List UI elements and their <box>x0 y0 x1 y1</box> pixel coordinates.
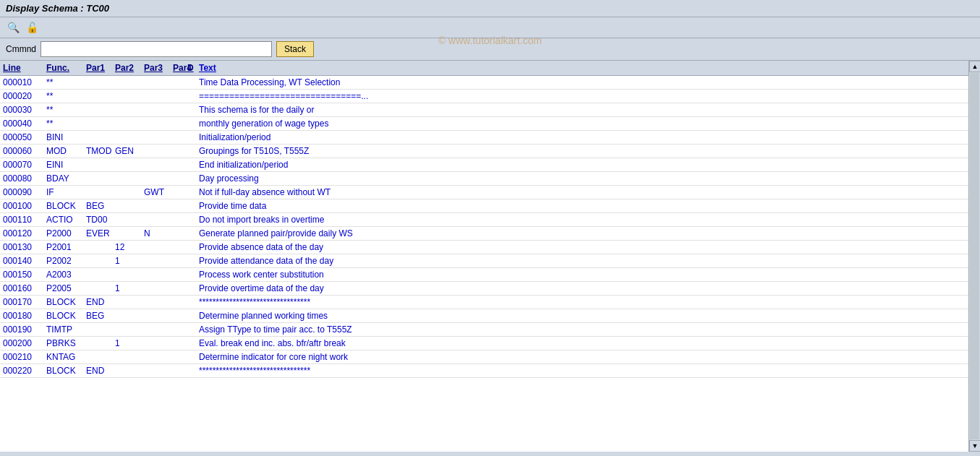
stack-button[interactable]: Stack <box>276 41 314 57</box>
cell-text: Day processing <box>196 173 968 184</box>
cell-par1 <box>83 104 112 116</box>
table-row[interactable]: 000060 MOD TMOD GEN Groupings for T510S,… <box>0 145 968 158</box>
table-row[interactable]: 000170 BLOCK END ***********************… <box>0 296 968 309</box>
cell-par1 <box>83 77 112 88</box>
cell-line: 000020 <box>0 90 43 102</box>
command-input[interactable] <box>41 41 272 57</box>
cell-func: BLOCK <box>43 365 83 377</box>
cell-line: 000200 <box>0 337 43 349</box>
cell-func: ** <box>43 104 83 116</box>
cell-d <box>184 186 196 198</box>
cell-par1: BEG <box>83 310 112 322</box>
cell-par1 <box>83 90 112 102</box>
cell-par4 <box>170 159 184 171</box>
cell-par2 <box>112 214 141 225</box>
col-d: D <box>184 62 196 74</box>
table-row[interactable]: 000130 P2001 12 Provide absence data of … <box>0 241 968 254</box>
table-row[interactable]: 000160 P2005 1 Provide overtime data of … <box>0 282 968 296</box>
table-row[interactable]: 000090 IF GWT Not if full-day absence wi… <box>0 186 968 199</box>
cell-par3 <box>141 145 170 157</box>
cell-par4 <box>170 241 184 253</box>
title-bar: Display Schema : TC00 <box>0 0 980 17</box>
cell-d <box>184 324 196 335</box>
cell-par3 <box>141 365 170 377</box>
cell-par4 <box>170 90 184 102</box>
table-row[interactable]: 000070 EINI End initialization/period <box>0 158 968 172</box>
cell-par3 <box>141 90 170 102</box>
cell-par3 <box>141 269 170 280</box>
cell-par3 <box>141 296 170 308</box>
cell-text: Initialization/period <box>196 132 968 143</box>
cell-line: 000210 <box>0 351 43 363</box>
scroll-down-arrow[interactable]: ▼ <box>969 440 980 452</box>
table-row[interactable]: 000040 ** monthly generation of wage typ… <box>0 117 968 131</box>
table-row[interactable]: 000030 ** This schema is for the daily o… <box>0 103 968 117</box>
cell-par1 <box>83 159 112 171</box>
table-row[interactable]: 000010 ** Time Data Processing, WT Selec… <box>0 76 968 90</box>
cell-func: P2001 <box>43 241 83 253</box>
cell-text: ********************************* <box>196 365 968 377</box>
cell-text: Generate planned pair/provide daily WS <box>196 228 968 239</box>
table-row[interactable]: 000120 P2000 EVER N Generate planned pai… <box>0 227 968 241</box>
cell-par1 <box>83 241 112 253</box>
table-row[interactable]: 000210 KNTAG Determine indicator for cor… <box>0 350 968 364</box>
cell-func: KNTAG <box>43 351 83 363</box>
cell-par4 <box>170 214 184 225</box>
cell-par4 <box>170 324 184 335</box>
cell-d <box>184 118 196 129</box>
table-row[interactable]: 000050 BINI Initialization/period <box>0 131 968 145</box>
cell-text: Determine planned working times <box>196 310 968 322</box>
fingerprint-icon[interactable]: 🔍 <box>6 20 20 35</box>
cell-line: 000160 <box>0 283 43 294</box>
cell-text: Assign TType to time pair acc. to T555Z <box>196 324 968 335</box>
cell-par1 <box>83 118 112 129</box>
cell-text: ********************************* <box>196 296 968 308</box>
table-row[interactable]: 000140 P2002 1 Provide attendance data o… <box>0 254 968 268</box>
cell-text: Process work center substitution <box>196 269 968 280</box>
cell-text: Not if full-day absence without WT <box>196 186 968 198</box>
table-row[interactable]: 000150 A2003 Process work center substit… <box>0 268 968 282</box>
command-bar: Cmmnd Stack <box>0 38 980 61</box>
cell-line: 000120 <box>0 228 43 239</box>
table-row[interactable]: 000220 BLOCK END ***********************… <box>0 364 968 378</box>
cell-func: IF <box>43 186 83 198</box>
cell-d <box>184 173 196 184</box>
lock-icon[interactable]: 🔓 <box>25 20 39 35</box>
cell-par4 <box>170 337 184 349</box>
cell-par1 <box>83 132 112 143</box>
cell-par1 <box>83 283 112 294</box>
cell-par4 <box>170 269 184 280</box>
cell-par1: TMOD <box>83 145 112 157</box>
table-row[interactable]: 000200 PBRKS 1 Eval. break end inc. abs.… <box>0 337 968 350</box>
cell-d <box>184 296 196 308</box>
cell-par4 <box>170 118 184 129</box>
cell-par4 <box>170 145 184 157</box>
cell-text: Provide time data <box>196 200 968 212</box>
scroll-up-arrow[interactable]: ▲ <box>969 61 980 72</box>
cell-func: BDAY <box>43 173 83 184</box>
cell-par1 <box>83 351 112 363</box>
table-row[interactable]: 000180 BLOCK BEG Determine planned worki… <box>0 309 968 323</box>
cell-par2 <box>112 296 141 308</box>
table-row[interactable]: 000080 BDAY Day processing <box>0 172 968 186</box>
cell-par2 <box>112 186 141 198</box>
scroll-thumb[interactable] <box>970 73 979 439</box>
scrollbar-right[interactable]: ▲ ▼ <box>968 61 980 452</box>
cell-func: A2003 <box>43 269 83 280</box>
table-row[interactable]: 000190 TIMTP Assign TType to time pair a… <box>0 323 968 337</box>
cell-text: Eval. break end inc. abs. bfr/aftr break <box>196 337 968 349</box>
table-row[interactable]: 000100 BLOCK BEG Provide time data <box>0 199 968 213</box>
cell-par3 <box>141 241 170 253</box>
cell-par3 <box>141 255 170 267</box>
cell-line: 000060 <box>0 145 43 157</box>
table-row[interactable]: 000020 ** ==============================… <box>0 90 968 103</box>
cell-line: 000140 <box>0 255 43 267</box>
cell-par1 <box>83 337 112 349</box>
cell-par4 <box>170 351 184 363</box>
cell-text: Groupings for T510S, T555Z <box>196 145 968 157</box>
cell-func: P2005 <box>43 283 83 294</box>
cell-line: 000070 <box>0 159 43 171</box>
table-row[interactable]: 000110 ACTIO TD00 Do not import breaks i… <box>0 213 968 227</box>
cell-par2: 12 <box>112 241 141 253</box>
cell-par2: 1 <box>112 337 141 349</box>
